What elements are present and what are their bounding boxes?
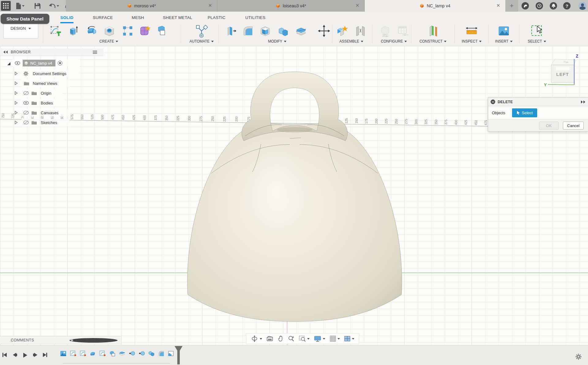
collapsed-caret-icon[interactable] [14,121,18,124]
collapsed-caret-icon[interactable] [14,111,18,115]
new-component-icon[interactable] [335,24,349,38]
profile-avatar[interactable] [579,2,586,10]
workspace-selector[interactable]: DESIGN [3,23,38,39]
timeline-position-marker[interactable] [175,346,183,364]
pan-icon[interactable] [278,336,284,342]
go-to-end-button[interactable] [43,353,47,357]
timeline-combine-icon[interactable] [148,350,155,357]
browser-row-sketches[interactable]: Sketches [0,119,104,126]
zoom-window-icon[interactable] [299,336,310,342]
group-label-configure[interactable]: CONFIGURE [381,39,407,43]
browser-row-origin[interactable]: Origin [0,89,104,97]
create-form-icon[interactable] [138,24,152,38]
configuration-icon[interactable] [378,24,392,38]
collapse-panel-icon[interactable] [3,51,8,54]
view-cube[interactable]: LEFT TOP Z Y [544,52,584,89]
group-label-modify[interactable]: MODIFY [268,39,286,43]
select-objects-button[interactable]: Select [512,108,537,117]
document-tab-active[interactable]: NC_lamp v4 ✕ [365,0,506,12]
derive-icon[interactable] [154,24,168,38]
collapsed-caret-icon[interactable] [14,81,18,85]
construction-plane-icon[interactable] [426,24,440,38]
extrude-icon[interactable] [66,24,81,38]
canvas-insert-icon[interactable] [497,24,511,38]
joint-icon[interactable] [353,24,368,38]
activate-radio-icon[interactable] [58,61,62,66]
go-to-start-button[interactable] [2,353,7,357]
expand-caret-icon[interactable] [7,62,11,66]
group-label-select[interactable]: SELECT [528,39,546,43]
browser-row-root[interactable]: NC_lamp v4 [0,59,104,67]
shell-icon[interactable] [258,24,272,38]
configuration-table-icon[interactable] [396,24,410,38]
close-tab-icon[interactable]: ✕ [355,3,360,8]
grid-display-icon[interactable] [330,336,340,342]
group-label-inspect[interactable]: INSPECT [462,39,481,43]
cancel-button[interactable]: Cancel [563,122,584,130]
step-back-button[interactable] [13,353,17,357]
zoom-icon[interactable] [288,336,294,342]
collapsed-caret-icon[interactable] [14,91,18,95]
timeline-sketch-icon[interactable] [80,350,86,357]
timeline-press-pull-icon[interactable] [138,350,145,357]
measure-icon[interactable] [465,24,479,38]
group-label-construct[interactable]: CONSTRUCT [420,39,447,43]
combine-icon[interactable] [276,24,290,38]
close-tab-icon[interactable]: ✕ [207,3,213,8]
save-icon[interactable] [35,2,40,9]
group-label-insert[interactable]: INSERT [495,39,513,43]
job-status-icon[interactable] [536,2,543,9]
add-comment-icon[interactable] [70,338,118,343]
eye-visible-icon[interactable] [15,61,20,65]
move-copy-icon[interactable] [317,24,331,38]
timeline-settings-gear-icon[interactable] [575,353,582,360]
extensions-icon[interactable] [522,2,529,9]
app-grid-icon[interactable] [1,1,11,11]
tab-plastic[interactable]: PLASTIC [208,12,225,23]
collapsed-caret-icon[interactable] [14,101,18,105]
collapsed-caret-icon[interactable] [14,72,18,75]
eye-hidden-icon[interactable] [23,91,29,95]
eye-hidden-icon[interactable] [23,120,29,125]
eye-hidden-icon[interactable] [23,111,29,115]
document-tab[interactable]: loiseau3 v4* ✕ [217,0,365,12]
timeline-track[interactable] [63,363,170,363]
eye-visible-icon[interactable] [23,101,29,105]
3d-viewport[interactable]: 7507257006756506256005755505255004754504… [0,46,588,345]
browser-row-bodies[interactable]: Bodies [0,99,104,107]
undo-icon[interactable] [48,2,59,9]
notifications-icon[interactable] [550,2,557,9]
timeline-derive-icon[interactable] [109,350,115,357]
browser-header[interactable]: BROWSER [0,48,104,56]
tab-surface[interactable]: SURFACE [93,12,113,23]
delete-dialog-header[interactable]: DELETE [488,98,588,106]
viewports-icon[interactable] [344,336,354,341]
timeline-press-pull-icon[interactable] [129,350,135,357]
play-button[interactable] [23,353,27,358]
revolve-icon[interactable] [85,24,99,38]
timeline-split-body-icon[interactable] [119,350,125,357]
browser-display-settings-icon[interactable] [93,51,97,54]
timeline-canvas-icon[interactable] [60,350,66,357]
timeline-boundary-fill-icon[interactable] [168,350,174,357]
create-sketch-icon[interactable] [48,24,62,38]
browser-row-document-settings[interactable]: Document Settings [0,70,104,77]
group-label-automate[interactable]: AUTOMATE [190,39,214,43]
automate-icon[interactable] [194,24,209,38]
document-tab[interactable]: moroso v4* ✕ [66,0,217,12]
tab-solid[interactable]: SOLID [60,12,74,23]
tab-mesh[interactable]: MESH [132,12,144,23]
rectangular-pattern-icon[interactable] [121,24,135,38]
file-new-icon[interactable] [16,2,24,9]
root-selected-label[interactable]: NC_lamp v4 [23,60,55,66]
split-body-icon[interactable] [294,24,308,38]
timeline-revolve-icon[interactable] [89,350,96,357]
group-label-assemble[interactable]: ASSEMBLE [339,39,363,43]
hole-icon[interactable] [102,24,116,38]
orbit-icon[interactable] [251,335,262,342]
dialog-expand-icon[interactable] [581,100,586,103]
look-at-icon[interactable] [266,336,273,341]
group-label-create[interactable]: CREATE [100,39,118,43]
tab-utilities[interactable]: UTILITIES [245,12,266,23]
close-tab-icon[interactable]: ✕ [496,3,501,8]
